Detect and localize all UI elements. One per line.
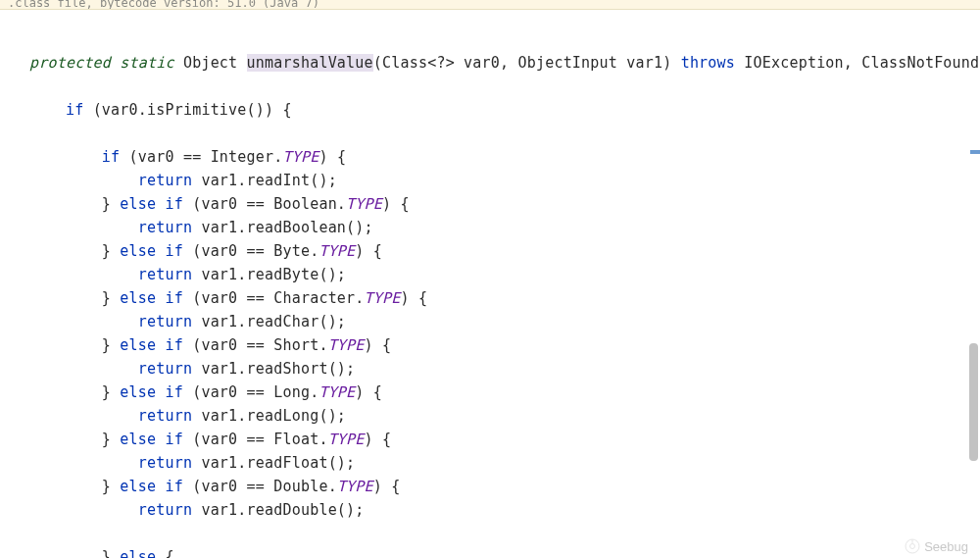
code-line: } else if (var0 == Float.TYPE) { (0, 428, 980, 451)
code-line: return var1.readChar(); (0, 310, 980, 333)
code-line: } else { (0, 545, 980, 558)
code-line: return var1.readInt(); (0, 169, 980, 192)
code-line: protected static Object unmarshalValue(C… (0, 51, 980, 75)
code-line: return var1.readFloat(); (0, 451, 980, 475)
code-line: return var1.readByte(); (0, 263, 980, 286)
code-line: } else if (var0 == Byte.TYPE) { (0, 239, 980, 263)
code-line: } else if (var0 == Short.TYPE) { (0, 333, 980, 357)
gutter-marker (970, 150, 980, 154)
code-line: } else if (var0 == Character.TYPE) { (0, 286, 980, 310)
vertical-scrollbar[interactable] (969, 343, 978, 461)
watermark: Seebug (905, 538, 968, 554)
code-line: return var1.readBoolean(); (0, 216, 980, 239)
code-line: return var1.readLong(); (0, 404, 980, 428)
code-line: return var1.readDouble(); (0, 498, 980, 522)
code-line: return var1.readShort(); (0, 357, 980, 380)
seebug-icon (905, 538, 920, 554)
code-line: } else if (var0 == Double.TYPE) { (0, 475, 980, 498)
code-editor[interactable]: protected static Object unmarshalValue(C… (0, 10, 980, 558)
code-line: if (var0.isPrimitive()) { (0, 98, 980, 122)
code-line: if (var0 == Integer.TYPE) { (0, 145, 980, 169)
decompiler-banner: .class file, bytecode version: 51.0 (Jav… (0, 0, 980, 10)
code-line: } else if (var0 == Boolean.TYPE) { (0, 192, 980, 216)
svg-point-1 (910, 544, 915, 549)
method-name: unmarshalValue (247, 54, 373, 72)
code-line: } else if (var0 == Long.TYPE) { (0, 380, 980, 404)
